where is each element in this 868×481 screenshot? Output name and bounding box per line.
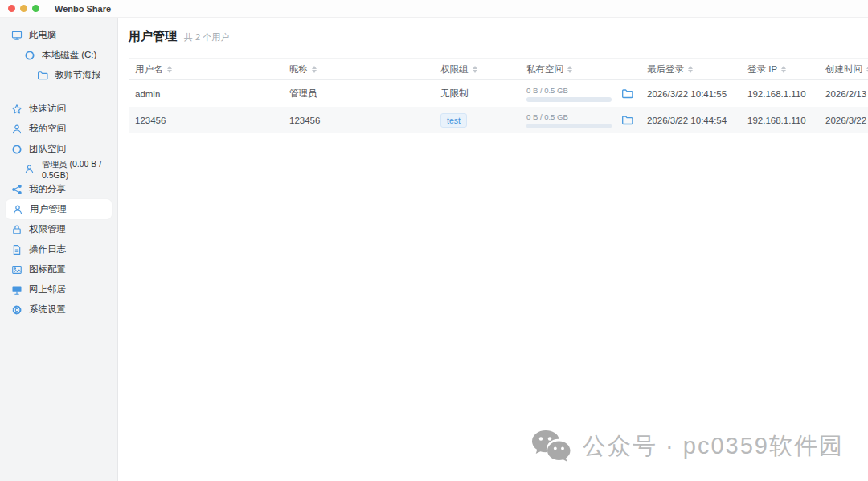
sidebar-item-permission-management[interactable]: 权限管理 <box>0 219 117 239</box>
cell-username: admin <box>129 89 283 99</box>
table-row[interactable]: admin 管理员 无限制 0 B / 0.5 GB 2026/3/22 10:… <box>129 80 868 107</box>
user-icon <box>11 124 23 135</box>
sidebar-item-label: 快速访问 <box>29 103 66 115</box>
user-table: 用户名 昵称 权限组 私有空间 最后登录 <box>129 58 868 133</box>
sidebar-item-label: 此电脑 <box>29 29 57 41</box>
cell-actions <box>615 88 641 100</box>
sidebar-item-this-pc[interactable]: 此电脑 <box>0 25 117 45</box>
sort-icon <box>312 66 317 73</box>
sidebar-item-label: 系统设置 <box>29 304 66 316</box>
wechat-icon <box>530 429 572 464</box>
sidebar-item-label: 教师节海报 <box>55 69 101 81</box>
sort-icon <box>473 66 477 73</box>
sidebar-item-label: 我的空间 <box>29 123 66 135</box>
sidebar-item-label: 用户管理 <box>30 203 67 215</box>
cell-actions <box>615 114 641 126</box>
cell-permission-group: test <box>434 113 520 128</box>
quota-progress-bar <box>526 124 612 128</box>
cell-login-ip: 192.168.1.110 <box>741 116 819 125</box>
sidebar-item-quick-access[interactable]: 快速访问 <box>0 99 117 119</box>
image-icon <box>11 264 23 275</box>
sidebar-divider <box>8 92 117 92</box>
quota-label: 0 B / 0.5 GB <box>526 112 615 121</box>
column-header-private-space[interactable]: 私有空间 <box>520 63 615 75</box>
sidebar-item-label: 网上邻居 <box>29 283 66 296</box>
column-header-nickname[interactable]: 昵称 <box>283 63 434 75</box>
table-header-row: 用户名 昵称 权限组 私有空间 最后登录 <box>129 58 868 80</box>
sidebar-item-local-disk[interactable]: 本地磁盘 (C:) <box>0 45 117 65</box>
window-title: Wenbo Share <box>55 4 111 14</box>
cell-login-ip: 192.168.1.110 <box>741 89 819 99</box>
quota-progress-bar <box>526 97 612 102</box>
sidebar-item-user-management[interactable]: 用户管理 <box>6 199 112 219</box>
cell-nickname: 管理员 <box>283 88 434 100</box>
disk-icon <box>24 50 35 61</box>
cell-nickname: 123456 <box>283 116 434 125</box>
monitor-icon <box>11 30 23 41</box>
sidebar-item-label: 权限管理 <box>29 223 66 235</box>
sidebar-item-label: 管理员 (0.00 B / 0.5GB) <box>42 159 117 180</box>
sidebar-item-label: 我的分享 <box>29 183 66 195</box>
document-icon <box>11 244 23 255</box>
sidebar-item-my-shares[interactable]: 我的分享 <box>0 179 117 199</box>
sidebar-item-label: 本地磁盘 (C:) <box>42 49 96 61</box>
team-icon <box>11 144 23 155</box>
sidebar-item-system-settings[interactable]: 系统设置 <box>0 300 117 320</box>
watermark: 公众号 · pc0359软件园 <box>530 429 844 464</box>
quota-label: 0 B / 0.5 GB <box>526 86 615 95</box>
network-icon <box>11 284 23 296</box>
cell-created-time: 2026/2/13 23 <box>819 89 868 99</box>
sidebar-item-operation-log[interactable]: 操作日志 <box>0 239 117 259</box>
column-header-login-ip[interactable]: 登录 IP <box>741 63 819 75</box>
sidebar-item-network-neighborhood[interactable]: 网上邻居 <box>0 279 117 300</box>
sidebar-item-admin-space[interactable]: 管理员 (0.00 B / 0.5GB) <box>0 159 117 179</box>
cell-last-login: 2026/3/22 10:41:55 <box>641 89 741 99</box>
window-controls <box>8 5 39 12</box>
table-row[interactable]: 123456 123456 test 0 B / 0.5 GB 2026/3/2… <box>129 107 868 133</box>
main-content: 用户管理 共 2 个用户 用户名 昵称 权限组 私有空间 <box>118 18 868 481</box>
column-header-created-time[interactable]: 创建时间 <box>819 63 868 75</box>
user-icon <box>12 204 23 215</box>
sidebar: 此电脑 本地磁盘 (C:) 教师节海报 快速访问 <box>0 18 118 481</box>
user-count: 共 2 个用户 <box>184 31 229 43</box>
cell-last-login: 2026/3/22 10:44:54 <box>641 116 741 125</box>
sidebar-item-icon-config[interactable]: 图标配置 <box>0 259 117 279</box>
window-titlebar: Wenbo Share <box>0 0 868 18</box>
user-icon <box>24 164 35 175</box>
minimize-window-button[interactable] <box>20 5 27 12</box>
folder-icon <box>621 114 633 126</box>
sidebar-item-label: 图标配置 <box>29 263 66 275</box>
cell-permission-group: 无限制 <box>434 88 520 100</box>
star-icon <box>11 104 23 115</box>
sort-icon <box>688 66 693 73</box>
sidebar-item-team-space[interactable]: 团队空间 <box>0 139 117 159</box>
open-folder-button[interactable] <box>621 88 633 100</box>
open-folder-button[interactable] <box>621 114 633 126</box>
gear-icon <box>11 304 23 316</box>
column-header-permission-group[interactable]: 权限组 <box>434 63 520 75</box>
sort-icon <box>567 66 572 73</box>
close-window-button[interactable] <box>8 5 15 12</box>
folder-icon <box>37 70 48 81</box>
cell-username: 123456 <box>129 116 283 125</box>
sidebar-item-label: 操作日志 <box>29 243 66 255</box>
maximize-window-button[interactable] <box>32 5 39 12</box>
sidebar-item-my-space[interactable]: 我的空间 <box>0 119 117 139</box>
sort-icon <box>781 66 786 73</box>
page-title: 用户管理 <box>129 29 177 44</box>
watermark-text: 公众号 · pc0359软件园 <box>583 430 844 463</box>
cell-created-time: 2026/3/22 10 <box>819 116 868 125</box>
sort-icon <box>167 66 172 73</box>
sidebar-item-label: 团队空间 <box>29 143 66 155</box>
cell-private-space: 0 B / 0.5 GB <box>520 86 615 102</box>
column-header-last-login[interactable]: 最后登录 <box>641 63 741 75</box>
cell-private-space: 0 B / 0.5 GB <box>520 112 615 128</box>
lock-icon <box>11 224 23 235</box>
share-icon <box>11 184 23 195</box>
sidebar-item-folder-teachers-day[interactable]: 教师节海报 <box>0 65 117 85</box>
column-header-username[interactable]: 用户名 <box>129 63 283 75</box>
permission-group-badge: test <box>440 113 467 128</box>
folder-icon <box>621 88 633 100</box>
